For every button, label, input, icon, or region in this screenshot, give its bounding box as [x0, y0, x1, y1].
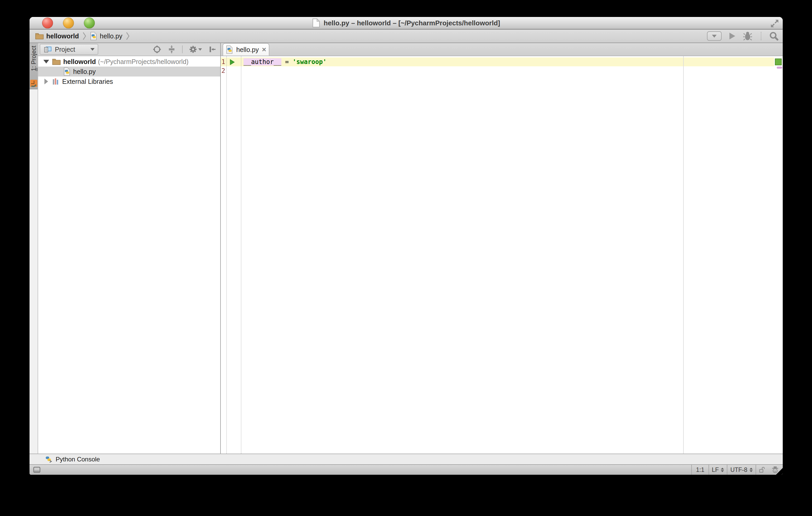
gutter-separator	[226, 56, 227, 454]
error-stripe-mark[interactable]	[777, 67, 782, 69]
line-separator-selector[interactable]: LF	[709, 465, 727, 475]
pycharm-logo-icon	[30, 80, 38, 87]
target-icon[interactable]	[153, 45, 161, 54]
close-icon[interactable]: ×	[262, 46, 266, 53]
updown-arrows-icon	[721, 468, 724, 472]
python-file-icon	[226, 45, 233, 54]
project-view-selector[interactable]: Project	[40, 44, 98, 55]
run-line-marker-icon[interactable]	[230, 59, 235, 65]
code-editor[interactable]: 1 2 __author__ = 'swaroop'	[221, 56, 783, 454]
close-button[interactable]	[42, 18, 53, 28]
project-panel: Project	[38, 43, 221, 454]
library-icon	[52, 78, 60, 85]
minimize-button[interactable]	[63, 18, 74, 28]
string-token: 'swaroop'	[293, 58, 326, 65]
unlock-icon[interactable]	[759, 466, 765, 474]
python-file-icon	[90, 32, 97, 40]
breadcrumb-project-label: helloworld	[46, 32, 79, 40]
tree-label: helloworld	[63, 58, 96, 65]
debug-icon[interactable]	[743, 32, 753, 40]
updown-arrows-icon	[750, 468, 753, 472]
window-title-text: hello.py – helloworld – [~/PycharmProjec…	[324, 19, 500, 27]
fullscreen-icon[interactable]	[770, 19, 779, 28]
editor-area: hello.py × 1 2 __author__ = 'swaroop'	[221, 43, 783, 454]
project-tree: helloworld (~/PycharmProjects/helloworld…	[38, 56, 220, 86]
chevron-down-icon	[90, 48, 94, 51]
line-number: 1	[221, 57, 225, 66]
toolbar-separator	[182, 45, 183, 53]
caret-position[interactable]: 1:1	[692, 465, 708, 475]
inspection-ok-badge[interactable]	[775, 59, 782, 65]
breadcrumb: helloworld hello.py	[30, 32, 130, 40]
window-title: hello.py – helloworld – [~/PycharmProjec…	[312, 18, 500, 28]
tree-row-external-libraries[interactable]: External Libraries	[38, 77, 220, 86]
search-icon[interactable]	[769, 31, 779, 41]
traffic-lights	[42, 17, 95, 29]
expanded-twistie-icon[interactable]	[44, 60, 49, 63]
operator-token: =	[281, 58, 293, 65]
tree-row-hello-py[interactable]: hello.py	[38, 67, 220, 77]
breadcrumb-file-label: hello.py	[100, 32, 122, 40]
project-view-icon	[44, 46, 52, 53]
python-console-icon	[45, 456, 53, 463]
project-panel-header: Project	[38, 43, 220, 56]
toolwindow-strip: 1: Project	[30, 43, 38, 454]
run-toolbar	[707, 30, 779, 42]
document-icon	[312, 18, 320, 28]
bottom-toolwindow-bar: Python Console	[30, 454, 783, 464]
python-console-button[interactable]: Python Console	[56, 456, 100, 463]
run-config-dropdown[interactable]	[707, 31, 722, 41]
project-tab-label: 1: Project	[30, 46, 37, 71]
chevron-down-icon	[198, 48, 202, 51]
main-area: 1: Project Project	[30, 43, 783, 454]
folder-icon	[52, 58, 61, 65]
code-line-1: __author__ = 'swaroop'	[243, 57, 326, 66]
run-icon[interactable]	[729, 33, 735, 39]
zoom-button[interactable]	[84, 18, 95, 28]
settings-icon[interactable]	[189, 45, 202, 54]
toolwindow-toggle-icon[interactable]	[33, 467, 40, 473]
tab-label: hello.py	[236, 46, 259, 54]
python-file-icon	[63, 67, 70, 76]
collapse-all-icon[interactable]	[168, 45, 176, 54]
tree-row-helloworld[interactable]: helloworld (~/PycharmProjects/helloworld…	[38, 57, 220, 67]
title-bar: hello.py – helloworld – [~/PycharmProjec…	[30, 17, 783, 30]
gutter-separator	[241, 56, 241, 454]
line-number: 2	[221, 66, 225, 75]
navigation-bar: helloworld hello.py	[30, 30, 783, 43]
pycharm-window: hello.py – helloworld – [~/PycharmProjec…	[30, 17, 783, 475]
identifier-token: __author__	[243, 58, 281, 65]
right-margin-line	[683, 56, 684, 454]
hector-icon[interactable]	[771, 466, 779, 474]
status-bar: 1:1 LF UTF-8	[30, 464, 783, 475]
hide-panel-icon[interactable]	[208, 45, 216, 54]
editor-tab-bar: hello.py ×	[221, 43, 783, 56]
chevron-right-icon	[126, 32, 129, 40]
tree-label: hello.py	[73, 68, 96, 75]
toolbar-separator	[761, 32, 761, 40]
tab-hello-py[interactable]: hello.py ×	[223, 43, 269, 56]
encoding-selector[interactable]: UTF-8	[727, 465, 756, 475]
collapsed-twistie-icon[interactable]	[44, 79, 49, 84]
tree-label: External Libraries	[62, 78, 113, 85]
tree-path-detail: (~/PycharmProjects/helloworld)	[98, 58, 188, 65]
folder-icon	[35, 33, 44, 39]
breadcrumb-item-file[interactable]: hello.py	[90, 32, 122, 40]
sidebar-item-project-tab[interactable]: 1: Project	[30, 43, 38, 89]
chevron-right-icon	[83, 32, 86, 40]
breadcrumb-item-project[interactable]: helloworld	[35, 32, 79, 40]
project-view-label: Project	[55, 46, 87, 53]
